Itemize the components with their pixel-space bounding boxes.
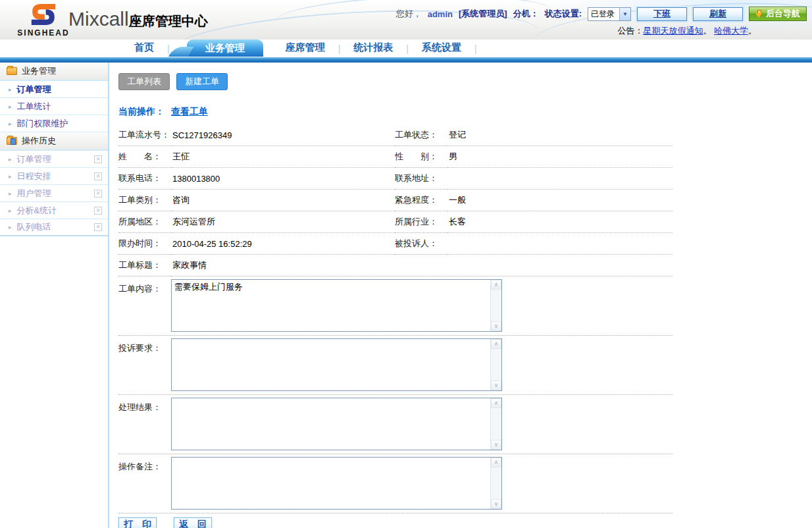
sidebar-section-history: 操作历史 [0, 132, 108, 151]
field-label-status: 工单状态： [395, 124, 447, 146]
field-label-serial: 工单流水号： [118, 124, 171, 146]
refresh-button[interactable]: 刷新 [693, 7, 743, 21]
triangle-bullet-icon: ▸ [9, 120, 12, 127]
announcement-label: 公告： [617, 26, 643, 36]
field-label-category: 工单类别： [118, 190, 171, 211]
result-textarea-wrap: ∧ ∨ [171, 398, 502, 450]
form-row: 工单类别： 咨询 紧急程度： 一般 [118, 190, 672, 211]
triangle-bullet-icon: ▸ [9, 156, 12, 163]
scrollbar[interactable]: ∧ ∨ [490, 280, 501, 331]
sidebar-history-queue-calls[interactable]: ▸ 队列电话 ✕ [0, 219, 108, 236]
scroll-down-icon[interactable]: ∨ [491, 381, 501, 390]
triangle-bullet-icon: ▸ [9, 86, 12, 93]
scroll-up-icon[interactable]: ∧ [491, 339, 501, 349]
back-button[interactable]: 返 回 [174, 517, 212, 528]
main-panel: 工单列表 新建工单 当前操作：查看工单 工单流水号： SC1271926349 … [109, 63, 812, 528]
scrollbar[interactable]: ∧ ∨ [490, 458, 501, 509]
current-operation-label: 当前操作： [118, 106, 165, 117]
result-textarea[interactable] [171, 398, 502, 450]
scrollbar[interactable]: ∧ ∨ [490, 339, 501, 390]
field-value-address [447, 168, 672, 190]
field-value-industry: 长客 [447, 211, 672, 233]
scrollbar[interactable]: ∧ ∨ [490, 398, 501, 450]
nav-business-active-tab[interactable]: 业务管理 [187, 40, 263, 57]
status-select[interactable]: 已登录 ▼ [588, 7, 631, 21]
form-row-complaint: 投诉要求： ∧ ∨ [118, 336, 672, 395]
company-logo: SINGHEAD [16, 1, 71, 38]
scroll-up-icon[interactable]: ∧ [491, 398, 501, 408]
user-role: [系统管理员] [459, 8, 507, 20]
complaint-textarea-wrap: ∧ ∨ [171, 338, 502, 391]
form-row: 所属地区： 东河运管所 所属行业： 长客 [118, 211, 672, 233]
close-icon[interactable]: ✕ [94, 172, 102, 180]
sidebar-section-title: 业务管理 [22, 65, 56, 77]
off-duty-button[interactable]: 下班 [637, 7, 687, 21]
scroll-up-icon[interactable]: ∧ [491, 458, 501, 467]
complaint-textarea[interactable] [171, 338, 502, 391]
nav-home[interactable]: 首页 [121, 41, 167, 57]
triangle-bullet-icon: ▸ [9, 103, 12, 110]
new-ticket-button[interactable]: 新建工单 [176, 73, 228, 90]
field-value-phone: 1380013800 [171, 168, 395, 190]
form-row: 工单流水号： SC1271926349 工单状态： 登记 [118, 124, 672, 146]
field-label-urgency: 紧急程度： [395, 190, 447, 211]
field-label-phone: 联系电话： [118, 168, 171, 190]
sidebar-history-analysis-stats[interactable]: ▸ 分析&统计 ✕ [0, 202, 108, 219]
sidebar-item-label: 分析&统计 [17, 205, 57, 217]
greeting-text: 您好， [396, 8, 422, 20]
current-operation-value[interactable]: 查看工单 [171, 106, 208, 117]
user-toolbar: 您好， admin [系统管理员] 分机： 状态设置: 已登录 ▼ 下班 刷新 … [396, 7, 807, 21]
field-value-region: 东河运管所 [171, 211, 395, 233]
close-icon[interactable]: ✕ [94, 223, 102, 231]
field-label-result: 处理结果： [118, 398, 171, 450]
triangle-bullet-icon: ▸ [9, 224, 12, 230]
nav-system[interactable]: 系统设置 [409, 41, 474, 57]
note-textarea[interactable] [171, 457, 502, 510]
content-textarea[interactable]: 需要保姆上门服务 [171, 279, 502, 332]
field-value-status: 登记 [447, 124, 672, 146]
field-label-industry: 所属行业： [395, 211, 447, 233]
field-label-gender: 性 别： [395, 146, 447, 168]
ticket-list-button[interactable]: 工单列表 [118, 73, 170, 90]
backend-nav-button[interactable]: 后台导航 [749, 7, 807, 21]
triangle-bullet-icon: ▸ [9, 207, 12, 214]
field-value-urgency: 一般 [447, 190, 672, 211]
field-value-name: 王怔 [171, 146, 395, 168]
chevron-down-icon[interactable]: ▼ [619, 8, 630, 20]
close-icon[interactable]: ✕ [94, 155, 102, 163]
scroll-down-icon[interactable]: ∨ [491, 440, 501, 450]
sidebar-history-order-management[interactable]: ▸ 订单管理 ✕ [0, 151, 108, 168]
scroll-up-icon[interactable]: ∧ [491, 280, 501, 290]
field-value-gender: 男 [447, 146, 672, 168]
close-icon[interactable]: ✕ [94, 190, 102, 198]
print-button[interactable]: 打 印 [118, 517, 157, 528]
header: SINGHEAD Mixcall 座席管理中心 您好， admin [系统管理员… [0, 0, 812, 40]
sidebar-item-dept-permissions[interactable]: ▸ 部门权限维护 [0, 115, 108, 132]
scroll-down-icon[interactable]: ∨ [491, 499, 501, 509]
scroll-down-icon[interactable]: ∨ [491, 321, 501, 331]
sidebar-item-label: 用户管理 [17, 188, 51, 199]
note-textarea-wrap: ∧ ∨ [171, 457, 502, 510]
field-value-complainee [447, 233, 672, 255]
main-nav: 首页 | 业务管理 座席管理 | 统计报表 | 系统设置 | [0, 40, 812, 57]
announcement-link-1[interactable]: 星期天放假通知 [643, 26, 703, 36]
sidebar-item-label: 工单统计 [17, 101, 51, 113]
sidebar-item-order-management[interactable]: ▸ 订单管理 [0, 81, 108, 98]
field-value-category: 咨询 [171, 190, 395, 211]
backend-nav-label: 后台导航 [766, 8, 800, 20]
nav-report[interactable]: 统计报表 [340, 41, 406, 57]
close-icon[interactable]: ✕ [94, 207, 102, 215]
field-label-name: 姓 名： [118, 146, 171, 168]
announcement-link-2[interactable]: 哈佛大学 [714, 26, 748, 36]
sidebar-history-user-management[interactable]: ▸ 用户管理 ✕ [0, 185, 108, 202]
announcement-sep-2: 。 [748, 26, 757, 36]
form-actions: 打 印 返 回 [118, 517, 672, 528]
status-label: 状态设置: [545, 8, 582, 20]
nav-seat[interactable]: 座席管理 [272, 41, 338, 57]
form-row-result: 处理结果： ∧ ∨ [118, 395, 672, 454]
download-arrow-icon [755, 10, 763, 18]
sidebar-item-ticket-stats[interactable]: ▸ 工单统计 [0, 98, 108, 115]
field-label-complaint: 投诉要求： [118, 338, 171, 391]
sidebar-history-schedule[interactable]: ▸ 日程安排 ✕ [0, 168, 108, 185]
form-row-content: 工单内容： 需要保姆上门服务 ∧ ∨ [118, 277, 672, 336]
